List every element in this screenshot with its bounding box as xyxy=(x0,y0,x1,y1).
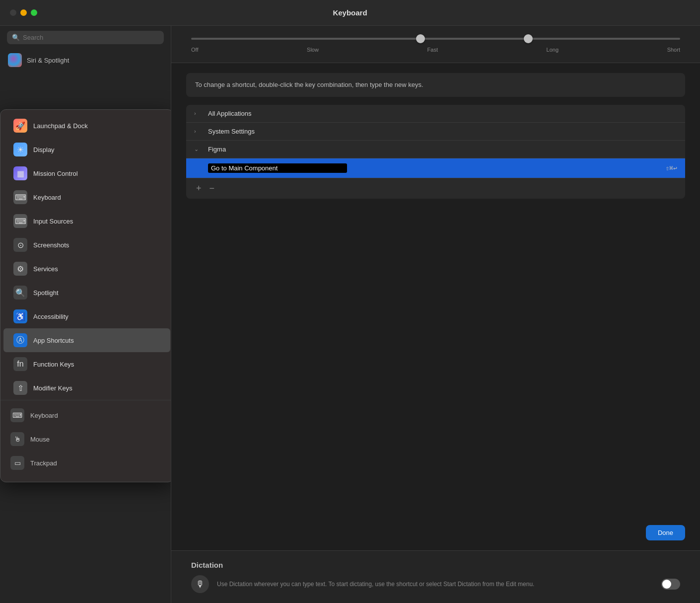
display-icon: ☀ xyxy=(13,143,27,156)
slider-thumb-key-repeat[interactable] xyxy=(416,34,425,43)
sidebar-item-label-launchpad: Launchpad & Dock xyxy=(33,122,88,130)
sidebar-item-label-services: Services xyxy=(33,265,58,273)
shortcut-row-3[interactable]: ⇧⌘↩ xyxy=(186,158,685,178)
shortcut-keys-3: ⇧⌘↩ xyxy=(666,164,677,172)
sidebar-item-label-spotlight: Spotlight xyxy=(33,289,59,297)
sidebar-item-appshortcuts[interactable]: ⒶApp Shortcuts xyxy=(3,328,170,352)
dictation-title: Dictation xyxy=(191,561,680,569)
sidebar-item-label-mission: Mission Control xyxy=(33,170,78,177)
sidebar-item-keyboard-bottom[interactable]: ⌨Keyboard xyxy=(0,403,171,427)
shortcut-name-input[interactable] xyxy=(208,163,347,173)
sidebar-item-label-functionkeys: Function Keys xyxy=(33,361,74,368)
modifierkeys-icon: ⇧ xyxy=(13,381,27,395)
add-remove-bar: + − xyxy=(186,178,685,199)
remove-shortcut-button[interactable]: − xyxy=(206,182,219,195)
info-box: To change a shortcut, double-click the k… xyxy=(186,73,685,97)
screenshots-icon: ⊙ xyxy=(13,238,27,252)
label-long: Long xyxy=(547,47,559,53)
shortcut-name-0: All Applications xyxy=(204,110,677,117)
sidebar-item-label-mouse-bottom: Mouse xyxy=(30,436,50,443)
maximize-button[interactable] xyxy=(31,9,37,16)
label-off: Off xyxy=(191,47,198,53)
sidebar-item-mission[interactable]: ▦Mission Control xyxy=(3,161,170,185)
traffic-lights xyxy=(10,9,37,16)
siri-label: Siri & Spotlight xyxy=(27,57,69,64)
shortcut-row-2[interactable]: ⌄Figma xyxy=(186,141,685,158)
outer-sidebar-search: 🔍 xyxy=(0,26,171,49)
bottom-nav-container: ⌨Keyboard🖱Mouse▭Trackpad xyxy=(0,403,171,475)
window-title: Keyboard xyxy=(333,8,367,17)
sidebar-item-label-input: Input Sources xyxy=(33,218,73,225)
siri-icon xyxy=(8,53,22,67)
sidebar-bottom: ⌨Keyboard🖱Mouse▭Trackpad xyxy=(0,400,171,478)
launchpad-icon: 🚀 xyxy=(13,119,27,133)
close-button[interactable] xyxy=(10,9,16,16)
shortcuts-rows: ›All Applications›System Settings⌄Figma⇧… xyxy=(186,105,685,178)
dictation-description: Use Dictation wherever you can type text… xyxy=(217,580,653,589)
shortcut-row-1[interactable]: ›System Settings xyxy=(186,123,685,141)
keyboard-icon: ⌨ xyxy=(13,190,27,204)
sidebar-item-screenshots[interactable]: ⊙Screenshots xyxy=(3,233,170,257)
sidebar-item-launchpad[interactable]: 🚀Launchpad & Dock xyxy=(3,114,170,138)
sidebar-item-accessibility[interactable]: ♿Accessibility xyxy=(3,304,170,328)
dictation-toggle[interactable] xyxy=(661,579,680,590)
sidebar-item-mouse-bottom[interactable]: 🖱Mouse xyxy=(0,427,171,451)
slider-labels: Off Slow Fast Long Short xyxy=(191,47,680,53)
search-icon: 🔍 xyxy=(12,34,20,41)
dictation-row: 🎙 Use Dictation wherever you can type te… xyxy=(191,575,680,593)
slider-track xyxy=(191,38,680,40)
chevron-icon-2: ⌄ xyxy=(194,146,204,152)
modal-nav-panel: 🚀Launchpad & Dock☀Display▦Mission Contro… xyxy=(0,109,171,482)
done-button[interactable]: Done xyxy=(646,525,685,540)
functionkeys-icon: fn xyxy=(13,357,27,371)
sidebar-item-trackpad-bottom[interactable]: ▭Trackpad xyxy=(0,451,171,475)
sidebar-item-label-keyboard: Keyboard xyxy=(33,194,61,201)
sidebar-item-label-display: Display xyxy=(33,146,55,153)
minimize-button[interactable] xyxy=(20,9,27,16)
spotlight-icon: 🔍 xyxy=(13,286,27,300)
shortcut-row-0[interactable]: ›All Applications xyxy=(186,105,685,123)
title-bar: Keyboard xyxy=(0,0,700,26)
shortcut-name-1: System Settings xyxy=(204,128,677,135)
content-area: 🔍 Siri & Spotlight 🚀Launchpad & Dock☀Dis… xyxy=(0,26,700,603)
search-wrapper[interactable]: 🔍 xyxy=(7,31,164,44)
sidebar-item-keyboard[interactable]: ⌨Keyboard xyxy=(3,185,170,209)
slider-area: Off Slow Fast Long Short xyxy=(171,26,700,63)
sidebar-item-spotlight[interactable]: 🔍Spotlight xyxy=(3,281,170,304)
sidebar-item-modifierkeys[interactable]: ⇧Modifier Keys xyxy=(3,376,170,400)
toggle-knob xyxy=(662,580,671,589)
mouse-bottom-icon: 🖱 xyxy=(10,432,24,446)
microphone-icon: 🎙 xyxy=(191,575,209,593)
label-slow: Slow xyxy=(307,47,319,53)
appshortcuts-icon: Ⓐ xyxy=(13,333,27,347)
sidebar-item-input[interactable]: ⌨Input Sources xyxy=(3,209,170,233)
input-icon: ⌨ xyxy=(13,214,27,228)
keyboard-bottom-icon: ⌨ xyxy=(10,408,24,422)
shortcut-name-3 xyxy=(204,163,666,173)
dictation-section: Dictation 🎙 Use Dictation wherever you c… xyxy=(171,550,700,603)
accessibility-icon: ♿ xyxy=(13,309,27,323)
sidebar-item-label-modifierkeys: Modifier Keys xyxy=(33,384,72,392)
search-input[interactable] xyxy=(23,34,159,41)
slider-track-container xyxy=(191,34,680,44)
nav-items-container: 🚀Launchpad & Dock☀Display▦Mission Contro… xyxy=(0,114,171,400)
shortcut-panel: To change a shortcut, double-click the k… xyxy=(171,63,700,519)
slider-thumb-delay[interactable] xyxy=(524,34,533,43)
services-icon: ⚙ xyxy=(13,262,27,276)
sidebar-item-label-trackpad-bottom: Trackpad xyxy=(30,459,57,467)
chevron-icon-1: › xyxy=(194,128,204,134)
shortcut-name-2: Figma xyxy=(204,146,677,153)
done-row: Done xyxy=(171,519,700,550)
mission-icon: ▦ xyxy=(13,166,27,180)
main-window: Keyboard 🔍 Siri & Spotlight 🚀Launchpad & xyxy=(0,0,700,603)
sidebar-item-label-accessibility: Accessibility xyxy=(33,313,69,320)
outer-sidebar: 🔍 Siri & Spotlight 🚀Launchpad & Dock☀Dis… xyxy=(0,26,171,603)
add-shortcut-button[interactable]: + xyxy=(192,182,206,195)
sidebar-item-functionkeys[interactable]: fnFunction Keys xyxy=(3,352,170,376)
sidebar-item-label-appshortcuts: App Shortcuts xyxy=(33,337,74,344)
sidebar-item-services[interactable]: ⚙Services xyxy=(3,257,170,281)
label-fast: Fast xyxy=(427,47,438,53)
sidebar-item-siri[interactable]: Siri & Spotlight xyxy=(0,49,171,71)
label-short: Short xyxy=(667,47,680,53)
sidebar-item-display[interactable]: ☀Display xyxy=(3,138,170,161)
